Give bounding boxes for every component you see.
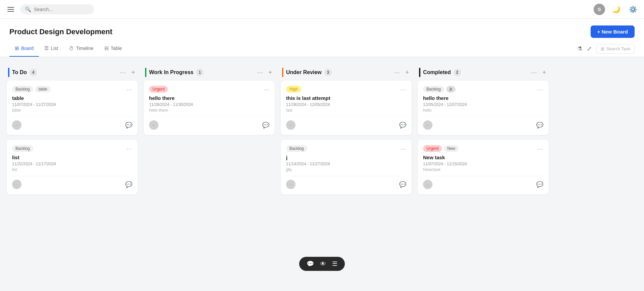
col-add-btn-todo[interactable]: + (130, 68, 136, 77)
tab-table[interactable]: ⊟ Table (99, 41, 127, 57)
card-menu-btn-c1[interactable]: ⋯ (126, 86, 132, 93)
topbar: 🔍 S 🌙 ⚙️ (0, 0, 644, 19)
tabs-right: ⚗ ⤢ ⊞ Search Task (577, 44, 635, 54)
card-header-c6: Backlogjk ⋯ (423, 86, 543, 95)
card-date-c7: 11/07/2024 - 11/15/2024 (423, 162, 543, 166)
col-actions-completed: ⋯ + (530, 68, 547, 77)
col-indicator-wip (145, 68, 146, 77)
col-indicator-completed (419, 68, 420, 77)
card-footer-c1: -:- 💬 (12, 117, 132, 130)
search-task-input[interactable]: ⊞ Search Task (596, 44, 635, 54)
card-comment-icon-c3[interactable]: 💬 (262, 122, 269, 129)
card-c2: Backlog ⋯ list 11/22/2024 - 11/17/2024 l… (7, 140, 138, 194)
filter-icon[interactable]: ⚗ (577, 45, 582, 52)
tag-backlog: Backlog (423, 86, 444, 93)
tag-table: table (35, 86, 51, 93)
timeline-tab-icon: ⏱ (69, 46, 74, 51)
card-avatar-c7: -:- (423, 180, 432, 189)
card-menu-btn-c5[interactable]: ⋯ (400, 145, 406, 153)
card-header-c1: Backlogtable ⋯ (12, 86, 132, 95)
col-add-btn-wip[interactable]: + (267, 68, 273, 77)
topbar-right: S 🌙 ⚙️ (594, 4, 639, 15)
card-footer-c7: -:- 💬 (423, 176, 543, 189)
tab-timeline[interactable]: ⏱ Timeline (63, 41, 99, 57)
col-actions-wip: ⋯ + (256, 68, 273, 77)
tab-list[interactable]: ☰ List (39, 41, 63, 57)
dark-mode-icon[interactable]: 🌙 (610, 4, 622, 15)
float-menu-icon[interactable]: ☰ (332, 260, 337, 268)
card-comment-icon-c4[interactable]: 💬 (399, 122, 406, 129)
card-c4: High ⋯ this is last attempt 11/28/2024 -… (281, 80, 412, 135)
card-c7: UrgentNew ⋯ New task 11/07/2024 - 11/15/… (418, 140, 549, 194)
col-more-btn-completed[interactable]: ⋯ (530, 68, 538, 77)
tag-backlog: Backlog (286, 145, 307, 152)
card-title-c1: table (12, 95, 132, 101)
card-desc-c5: jjlkj (286, 167, 406, 172)
card-avatar-c1: -:- (12, 120, 21, 130)
card-header-c2: Backlog ⋯ (12, 145, 132, 155)
board-tab-label: Board (21, 46, 34, 51)
hamburger-menu[interactable] (5, 5, 16, 14)
card-footer-c4: -:- 💬 (286, 117, 406, 130)
card-comment-icon-c2[interactable]: 💬 (125, 181, 132, 188)
share-icon[interactable]: ⤢ (587, 45, 592, 52)
avatar[interactable]: S (594, 4, 605, 15)
card-comment-icon-c6[interactable]: 💬 (536, 122, 543, 129)
table-tab-icon: ⊟ (104, 45, 109, 51)
search-task-label: Search Task (606, 46, 630, 51)
card-header-c5: Backlog ⋯ (286, 145, 406, 155)
tag-jk: jk (446, 86, 456, 93)
card-title-c6: hello there (423, 95, 543, 101)
card-tags-c5: Backlog (286, 145, 307, 152)
col-count-todo: 4 (30, 69, 37, 76)
tag-urgent: Urgent (149, 86, 168, 93)
page-title: Product Design Development (9, 27, 112, 36)
card-avatar-c2: -:- (12, 180, 21, 189)
card-date-c6: 12/05/2024 - 12/07/2024 (423, 102, 543, 107)
card-c6: Backlogjk ⋯ hello there 12/05/2024 - 12/… (418, 80, 549, 135)
card-tags-c7: UrgentNew (423, 145, 459, 152)
column-completed: Completed 2 ⋯ + Backlogjk ⋯ hello there … (418, 64, 549, 285)
card-tags-c6: Backlogjk (423, 86, 456, 93)
tag-high: High (286, 86, 301, 93)
float-chat-icon[interactable]: 💬 (307, 260, 314, 268)
tab-board[interactable]: ⊞ Board (9, 41, 39, 57)
card-menu-btn-c6[interactable]: ⋯ (537, 86, 543, 93)
col-title-wip: Work In Progress (149, 69, 193, 75)
card-menu-btn-c2[interactable]: ⋯ (126, 145, 132, 153)
col-add-btn-completed[interactable]: + (541, 68, 547, 77)
card-avatar-c6: -:- (423, 120, 432, 130)
search-input[interactable] (34, 7, 88, 12)
card-title-c2: list (12, 155, 132, 160)
card-desc-c4: last (286, 108, 406, 113)
card-desc-c2: list (12, 167, 132, 172)
card-date-c4: 11/28/2024 - 12/05/2024 (286, 102, 406, 107)
card-header-c3: Urgent ⋯ (149, 86, 269, 95)
col-more-btn-todo[interactable]: ⋯ (119, 68, 127, 77)
float-view-icon[interactable]: 👁 (320, 260, 326, 268)
tag-new: New (444, 145, 459, 152)
card-comment-icon-c1[interactable]: 💬 (125, 122, 132, 129)
column-todo: To Do 4 ⋯ + Backlogtable ⋯ table 11/07/2… (7, 64, 138, 285)
new-board-button[interactable]: + New Board (591, 25, 635, 38)
table-tab-label: Table (111, 46, 122, 51)
page-header: Product Design Development + New Board (0, 19, 644, 41)
card-menu-btn-c4[interactable]: ⋯ (400, 86, 406, 93)
card-menu-btn-c3[interactable]: ⋯ (263, 86, 269, 93)
tag-urgent: Urgent (423, 145, 442, 152)
card-title-c7: New task (423, 155, 543, 160)
card-date-c2: 11/22/2024 - 11/17/2024 (12, 162, 132, 166)
col-more-btn-wip[interactable]: ⋯ (256, 68, 264, 77)
col-add-btn-review[interactable]: + (404, 68, 410, 77)
card-desc-c1: table (12, 108, 132, 113)
card-date-c1: 11/07/2024 - 11/27/2024 (12, 102, 132, 107)
tag-backlog: Backlog (12, 145, 33, 152)
card-menu-btn-c7[interactable]: ⋯ (537, 145, 543, 153)
card-date-c3: 11/28/2024 - 11/30/2024 (149, 102, 269, 107)
board: To Do 4 ⋯ + Backlogtable ⋯ table 11/07/2… (0, 57, 644, 291)
col-more-btn-review[interactable]: ⋯ (393, 68, 401, 77)
search-bar[interactable]: 🔍 (20, 4, 94, 14)
card-comment-icon-c5[interactable]: 💬 (399, 181, 406, 188)
card-comment-icon-c7[interactable]: 💬 (536, 181, 543, 188)
settings-icon[interactable]: ⚙️ (627, 4, 639, 15)
